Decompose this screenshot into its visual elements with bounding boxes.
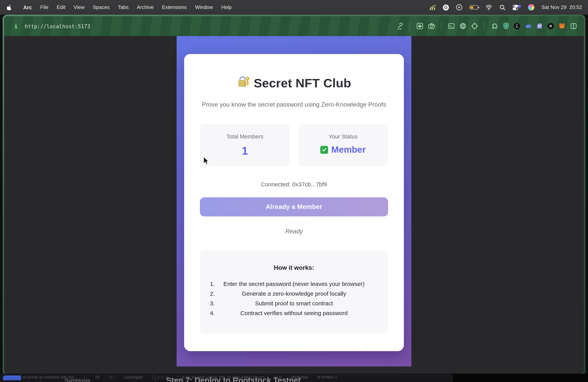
secret-nft-club-card: Secret NFT Club Prove you know the secre…	[184, 54, 404, 351]
background-windows-strip: zk proofs on rootstock with noir ⌄ 0P ⟨⟩…	[0, 374, 588, 382]
page-title: Secret NFT Club	[200, 75, 388, 91]
media-icon[interactable]	[416, 22, 423, 30]
phantom-wallet-icon[interactable]	[536, 22, 544, 30]
extensions-puzzle-icon[interactable]	[491, 22, 498, 30]
url-bar[interactable]: http://localhost:5173	[25, 23, 90, 29]
screen: Arc File Edit View Spaces Tabs Archive E…	[0, 0, 588, 382]
play-circle-icon[interactable]	[456, 3, 462, 11]
already-a-member-button[interactable]: Already a Member	[200, 197, 388, 216]
split-view-icon[interactable]	[569, 22, 577, 30]
doc-heading: Step 7: Deploy to Rootstock Testnet	[166, 376, 301, 382]
globe-icon[interactable]	[459, 22, 467, 30]
check-mark-button-emoji	[320, 146, 328, 154]
page-viewport: Secret NFT Club Prove you know the secre…	[4, 36, 584, 374]
terminal-icon[interactable]	[447, 22, 455, 30]
list-item: 4.Contract verifies without seeing passw…	[204, 308, 384, 318]
stocks-menubar-icon[interactable]	[429, 3, 436, 11]
divider	[156, 378, 156, 382]
wifi-icon[interactable]	[485, 3, 492, 11]
list-item: 1.Enter the secret password (never leave…	[204, 279, 384, 289]
rabby-wallet-icon[interactable]	[524, 22, 532, 30]
connected-address: Connected: 0x37cb...7bf9	[200, 181, 388, 188]
doc-sidebar-item: Symbiosis	[64, 377, 90, 382]
how-it-works-list: 1.Enter the secret password (never leave…	[204, 279, 384, 318]
siri-icon[interactable]	[528, 4, 534, 11]
menu-item-view[interactable]: View	[74, 4, 84, 10]
macos-menu-bar: Arc File Edit View Spaces Tabs Archive E…	[0, 0, 588, 15]
menu-item-archive[interactable]: Archive	[137, 4, 154, 10]
menu-item-extensions[interactable]: Extensions	[162, 4, 187, 10]
total-members-stat: Total Members 1	[200, 124, 290, 166]
menu-item-window[interactable]: Window	[195, 4, 213, 10]
grammarly-icon[interactable]: G	[443, 4, 449, 10]
page-info-icon[interactable]: i	[14, 23, 18, 30]
how-it-works-box: How it works: 1.Enter the secret passwor…	[200, 250, 388, 334]
metamask-fox-icon[interactable]	[558, 22, 566, 30]
stat-value: Member	[300, 144, 386, 155]
menu-item-edit[interactable]: Edit	[57, 4, 65, 10]
how-it-works-heading: How it works:	[204, 264, 384, 271]
menu-item-arc[interactable]: Arc	[23, 4, 32, 10]
privacy-shield-icon[interactable]	[502, 22, 510, 30]
spotlight-search-icon[interactable]	[500, 3, 505, 11]
browser-window: i http://localhost:5173	[2, 15, 585, 375]
menu-item-spaces[interactable]: Spaces	[93, 4, 110, 10]
browser-toolbar: i http://localhost:5173	[4, 16, 584, 36]
locked-with-key-emoji	[237, 75, 250, 91]
menubar-clock[interactable]: Sat Nov 29 20:52	[542, 4, 582, 10]
stat-label: Your Status	[300, 133, 386, 140]
list-item: 2.Generate a zero-knowledge proof locall…	[204, 289, 384, 298]
divider	[41, 378, 41, 382]
battery-icon[interactable]	[469, 5, 478, 9]
mouse-cursor	[203, 156, 210, 166]
copy-link-icon[interactable]	[396, 22, 404, 30]
screenshot-camera-icon[interactable]	[428, 22, 435, 30]
page-subtitle: Prove you know the secret password using…	[200, 101, 388, 108]
menu-item-file[interactable]: File	[40, 4, 48, 10]
loom-icon[interactable]: L	[514, 23, 520, 29]
status-text: Ready	[200, 228, 388, 235]
list-item: 3.Submit proof to smart contract	[204, 298, 384, 308]
stat-value: 1	[202, 144, 288, 157]
menu-item-tabs[interactable]: Tabs	[118, 4, 128, 10]
menu-item-help[interactable]: Help	[221, 4, 232, 10]
stat-label: Total Members	[202, 133, 288, 140]
stats-row: Total Members 1 Your Status Member	[200, 124, 388, 166]
your-status-stat: Your Status Member	[298, 124, 388, 166]
control-center-icon[interactable]	[513, 4, 521, 10]
apple-menu-icon[interactable]	[6, 4, 12, 11]
picker-crosshair-icon[interactable]	[471, 22, 478, 30]
vscode-remote-chip	[3, 375, 21, 380]
x-extension-icon[interactable]: ✕	[547, 23, 554, 29]
